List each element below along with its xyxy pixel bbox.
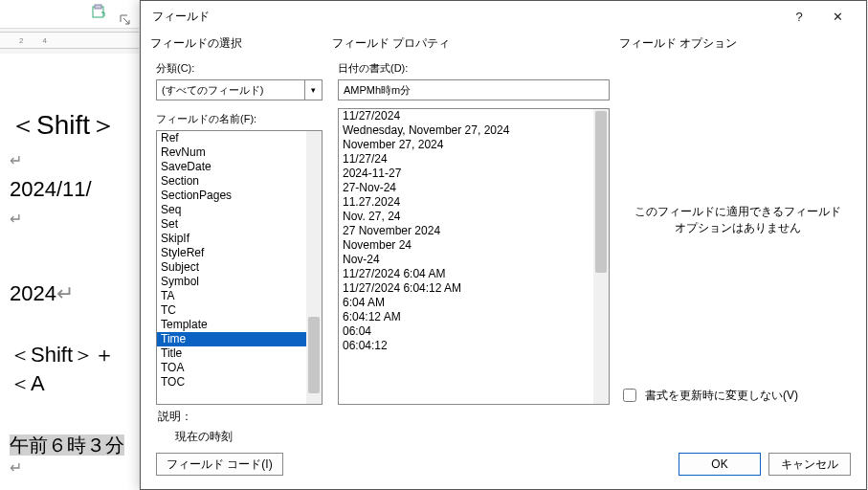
list-item[interactable]: 6:04 AM: [339, 296, 593, 310]
list-item[interactable]: TOA: [157, 361, 306, 375]
scrollbar[interactable]: [593, 109, 609, 404]
list-item[interactable]: November 27, 2024: [339, 138, 593, 152]
help-button[interactable]: ?: [780, 3, 818, 30]
list-item[interactable]: Nov. 27, 24: [339, 210, 593, 224]
category-combo[interactable]: ▾: [156, 79, 323, 100]
list-item[interactable]: 6:04:12 AM: [339, 310, 593, 324]
dateformat-label: 日付の書式(D):: [338, 61, 610, 76]
list-item[interactable]: 11/27/24: [339, 152, 593, 167]
svg-rect-1: [95, 5, 101, 9]
list-item[interactable]: Seq: [157, 203, 306, 217]
list-item[interactable]: TC: [157, 303, 306, 318]
section-header-select: フィールドの選択: [150, 35, 323, 52]
fieldname-label: フィールドの名前(F):: [156, 112, 323, 126]
category-value[interactable]: [156, 79, 305, 100]
dialog-launcher-icon[interactable]: [120, 14, 131, 26]
paragraph-mark: ↵: [10, 210, 129, 228]
titlebar: フィールド ? ✕: [141, 1, 866, 32]
ribbon-area: [0, 0, 139, 29]
list-item[interactable]: StyleRef: [157, 246, 306, 260]
dateformat-input[interactable]: [338, 79, 610, 100]
list-item[interactable]: Ref: [157, 131, 306, 145]
doc-text: ＜Shift＞: [10, 107, 129, 144]
list-item[interactable]: 06:04: [339, 324, 593, 339]
paste-options-icon: [91, 3, 108, 20]
chevron-down-icon[interactable]: ▾: [305, 79, 323, 100]
list-item[interactable]: 06:04:12: [339, 339, 593, 353]
list-item[interactable]: Set: [157, 217, 306, 232]
options-empty-message: このフィールドに適用できるフィールド オプションはありません: [619, 57, 857, 382]
list-item[interactable]: SectionPages: [157, 189, 306, 203]
close-button[interactable]: ✕: [818, 3, 857, 30]
description-label: 説明：: [158, 409, 860, 425]
section-header-options: フィールド オプション: [619, 35, 857, 52]
section-header-props: フィールド プロパティ: [332, 35, 610, 52]
list-item[interactable]: Symbol: [157, 275, 306, 289]
list-item[interactable]: TOC: [157, 375, 306, 390]
description-text: 現在の時刻: [175, 429, 860, 445]
preserve-format-input[interactable]: [623, 389, 636, 402]
dialog-title: フィールド: [152, 9, 780, 25]
doc-text-selected: 午前６時３分: [10, 434, 124, 456]
list-item[interactable]: Time: [157, 332, 306, 346]
list-item[interactable]: 27-Nov-24: [339, 181, 593, 195]
list-item[interactable]: 2024-11-27: [339, 167, 593, 181]
list-item[interactable]: SkipIf: [157, 232, 306, 246]
preserve-format-label: 書式を更新時に変更しない(V): [645, 388, 798, 404]
list-item[interactable]: Title: [157, 346, 306, 361]
list-item[interactable]: Section: [157, 174, 306, 189]
fieldname-listbox[interactable]: RefRevNumSaveDateSectionSectionPagesSeqS…: [156, 130, 323, 405]
list-item[interactable]: RevNum: [157, 145, 306, 160]
list-item[interactable]: SaveDate: [157, 160, 306, 174]
list-item[interactable]: Subject: [157, 260, 306, 275]
document-page: ＜Shift＞ ↵ 2024/11/ ↵ 2024↵ ＜Shift＞＋＜A 午前…: [0, 54, 139, 490]
ok-button[interactable]: OK: [679, 453, 761, 476]
list-item[interactable]: 11.27.2024: [339, 195, 593, 210]
field-codes-button[interactable]: フィールド コード(I): [156, 453, 283, 476]
scrollbar-thumb[interactable]: [595, 111, 607, 273]
list-item[interactable]: Nov-24: [339, 253, 593, 267]
list-item[interactable]: 11/27/2024 6:04:12 AM: [339, 281, 593, 296]
cancel-button[interactable]: キャンセル: [768, 453, 851, 476]
field-dialog: フィールド ? ✕ フィールドの選択 分類(C): ▾ フィールドの名前(F):…: [140, 0, 867, 490]
paragraph-mark: ↵: [10, 151, 129, 169]
doc-text: 2024: [10, 281, 56, 305]
scrollbar[interactable]: [306, 131, 322, 404]
doc-text: ＜Shift＞＋＜A: [10, 341, 129, 398]
list-item[interactable]: TA: [157, 289, 306, 303]
list-item[interactable]: 11/27/2024 6:04 AM: [339, 267, 593, 281]
dateformat-listbox[interactable]: 11/27/2024Wednesday, November 27, 2024No…: [338, 108, 610, 405]
list-item[interactable]: Wednesday, November 27, 2024: [339, 123, 593, 138]
preserve-format-checkbox[interactable]: 書式を更新時に変更しない(V): [619, 386, 857, 405]
ruler: 24: [0, 32, 139, 49]
list-item[interactable]: 27 November 2024: [339, 224, 593, 238]
list-item[interactable]: Template: [157, 318, 306, 332]
category-label: 分類(C):: [156, 61, 323, 76]
doc-text: 2024/11/: [10, 177, 129, 202]
scrollbar-thumb[interactable]: [308, 317, 320, 393]
list-item[interactable]: November 24: [339, 238, 593, 253]
list-item[interactable]: 11/27/2024: [339, 109, 593, 123]
